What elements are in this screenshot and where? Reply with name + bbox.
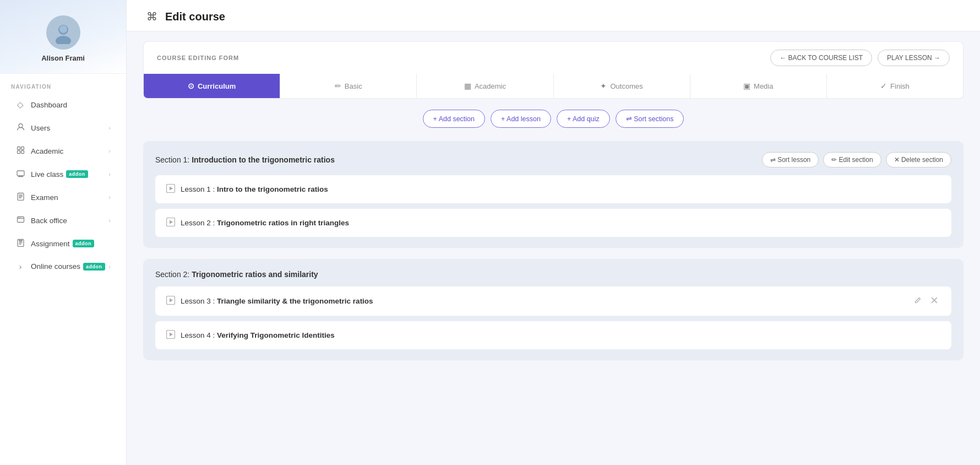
nav-label: NAVIGATION xyxy=(0,74,126,93)
lesson-2-label: Lesson 2 : Trigonometric ratios in right… xyxy=(181,219,349,227)
sidebar-item-assignment[interactable]: Assignment addon xyxy=(4,233,122,255)
svg-rect-4 xyxy=(17,147,20,150)
tab-media[interactable]: ▣ Media xyxy=(690,74,827,98)
addon-badge: addon xyxy=(73,240,95,247)
basic-tab-icon: ✏ xyxy=(335,82,341,90)
examen-icon xyxy=(15,192,25,202)
section-1-title: Section 1: Introduction to the trigonome… xyxy=(155,155,335,164)
section-card-2: Section 2: Trigonometric ratios and simi… xyxy=(143,259,963,360)
sidebar-item-label: Examen xyxy=(31,193,58,202)
addon-badge: addon xyxy=(66,170,88,178)
online-courses-icon: › xyxy=(15,262,25,271)
lesson-item-1: Lesson 1 : Intro to the trigonometric ra… xyxy=(155,175,951,203)
section-2-header: Section 2: Trigonometric ratios and simi… xyxy=(155,270,951,279)
form-header: COURSE EDITING FORM ← BACK TO COURSE LIS… xyxy=(143,41,963,74)
lesson-4-label: Lesson 4 : Verifying Trigonometric Ident… xyxy=(181,331,335,339)
sidebar-item-examen[interactable]: Examen › xyxy=(4,186,122,208)
lesson-3-label: Lesson 3 : Triangle similarity & the tri… xyxy=(181,297,373,305)
back-office-icon xyxy=(15,215,25,225)
live-class-icon xyxy=(15,169,25,179)
media-tab-icon: ▣ xyxy=(743,82,750,90)
svg-rect-10 xyxy=(17,217,24,223)
lesson-3-delete-button[interactable] xyxy=(928,295,940,307)
form-title: COURSE EDITING FORM xyxy=(157,55,239,61)
chevron-right-icon: › xyxy=(108,148,111,154)
section-1-header: Section 1: Introduction to the trigonome… xyxy=(155,152,951,167)
avatar xyxy=(46,15,80,50)
assignment-icon xyxy=(15,239,25,248)
svg-marker-15 xyxy=(170,187,173,191)
tab-basic[interactable]: ✏ Basic xyxy=(280,74,417,98)
outcomes-tab-icon: ✦ xyxy=(600,82,607,90)
video-play-icon xyxy=(166,296,175,306)
tab-label: Finish xyxy=(890,82,910,90)
section-2-title: Section 2: Trigonometric ratios and simi… xyxy=(155,270,318,279)
sidebar-item-dashboard[interactable]: ◇ Dashboard xyxy=(4,94,122,116)
sidebar-item-label: Academic xyxy=(31,147,63,155)
chevron-right-icon: › xyxy=(108,217,111,224)
tab-academic[interactable]: ▦ Academic xyxy=(417,74,553,98)
video-play-icon xyxy=(166,184,175,194)
add-section-button[interactable]: + Add section xyxy=(423,110,485,128)
chevron-right-icon: › xyxy=(108,194,111,201)
sidebar-item-online-courses[interactable]: › Online courses addon › xyxy=(4,256,122,277)
sidebar-item-live-class[interactable]: Live class addon › xyxy=(4,163,122,185)
lesson-2-left: Lesson 2 : Trigonometric ratios in right… xyxy=(166,218,349,228)
lesson-4-left: Lesson 4 : Verifying Trigonometric Ident… xyxy=(166,330,335,340)
svg-point-3 xyxy=(19,124,23,128)
tab-outcomes[interactable]: ✦ Outcomes xyxy=(554,74,690,98)
tab-label: Basic xyxy=(345,82,362,90)
add-lesson-button[interactable]: + Add lesson xyxy=(491,110,551,128)
tab-label: Outcomes xyxy=(610,82,643,90)
chevron-right-icon: › xyxy=(108,125,111,131)
sidebar: Alison Frami NAVIGATION ◇ Dashboard User… xyxy=(0,0,127,465)
dashboard-icon: ◇ xyxy=(15,100,25,110)
profile-name: Alison Frami xyxy=(41,54,85,62)
addon-badge: addon xyxy=(83,263,105,271)
chevron-right-icon: › xyxy=(108,263,111,270)
svg-rect-7 xyxy=(21,151,24,154)
main-content: ⌘ Edit course COURSE EDITING FORM ← BACK… xyxy=(127,0,980,465)
tab-label: Media xyxy=(754,82,773,90)
svg-rect-8 xyxy=(17,171,24,176)
lesson-3-left: Lesson 3 : Triangle similarity & the tri… xyxy=(166,296,373,306)
lesson-3-edit-button[interactable] xyxy=(912,295,924,307)
section-card-1: Section 1: Introduction to the trigonome… xyxy=(143,141,963,248)
back-to-course-list-button[interactable]: ← BACK TO COURSE LIST xyxy=(770,50,872,66)
svg-marker-21 xyxy=(170,333,173,337)
lesson-3-actions xyxy=(912,295,940,307)
edit-section-button[interactable]: ✏ Edit section xyxy=(823,152,881,167)
svg-point-12 xyxy=(19,217,20,218)
lesson-1-left: Lesson 1 : Intro to the trigonometric ra… xyxy=(166,184,328,194)
sidebar-item-label: Live class xyxy=(31,170,63,179)
tab-curriculum[interactable]: ⊙ Curriculum xyxy=(144,74,280,98)
svg-marker-19 xyxy=(170,299,173,302)
sort-lesson-button[interactable]: ⇌ Sort lesson xyxy=(762,152,819,167)
page-header: ⌘ Edit course xyxy=(127,0,980,31)
video-play-icon xyxy=(166,330,175,340)
tab-label: Academic xyxy=(475,82,506,90)
lesson-item-4: Lesson 4 : Verifying Trigonometric Ident… xyxy=(155,321,951,349)
lesson-1-label: Lesson 1 : Intro to the trigonometric ra… xyxy=(181,185,328,193)
sidebar-item-users[interactable]: Users › xyxy=(4,117,122,139)
lesson-item-3: Lesson 3 : Triangle similarity & the tri… xyxy=(155,286,951,316)
users-icon xyxy=(15,123,25,133)
delete-section-button[interactable]: ✕ Delete section xyxy=(886,152,951,167)
tab-finish[interactable]: ✓ Finish xyxy=(827,74,963,98)
page-title: Edit course xyxy=(165,10,225,23)
svg-rect-5 xyxy=(21,147,24,150)
sort-sections-button[interactable]: ⇌ Sort sections xyxy=(616,110,684,128)
sidebar-item-label: Online courses xyxy=(31,262,80,271)
content-area: + Add section + Add lesson + Add quiz ⇌ … xyxy=(143,110,963,371)
sidebar-profile: Alison Frami xyxy=(0,0,126,74)
sidebar-item-back-office[interactable]: Back office › xyxy=(4,209,122,231)
add-quiz-button[interactable]: + Add quiz xyxy=(557,110,610,128)
sidebar-item-academic[interactable]: Academic › xyxy=(4,140,122,162)
svg-point-11 xyxy=(18,217,19,218)
form-header-actions: ← BACK TO COURSE LIST PLAY LESSON → xyxy=(770,50,950,66)
play-lesson-button[interactable]: PLAY LESSON → xyxy=(878,50,950,66)
chevron-right-icon: › xyxy=(108,171,111,177)
sidebar-item-label: Dashboard xyxy=(31,101,67,109)
section-1-actions: ⇌ Sort lesson ✏ Edit section ✕ Delete se… xyxy=(762,152,951,167)
tab-label: Curriculum xyxy=(198,82,236,90)
